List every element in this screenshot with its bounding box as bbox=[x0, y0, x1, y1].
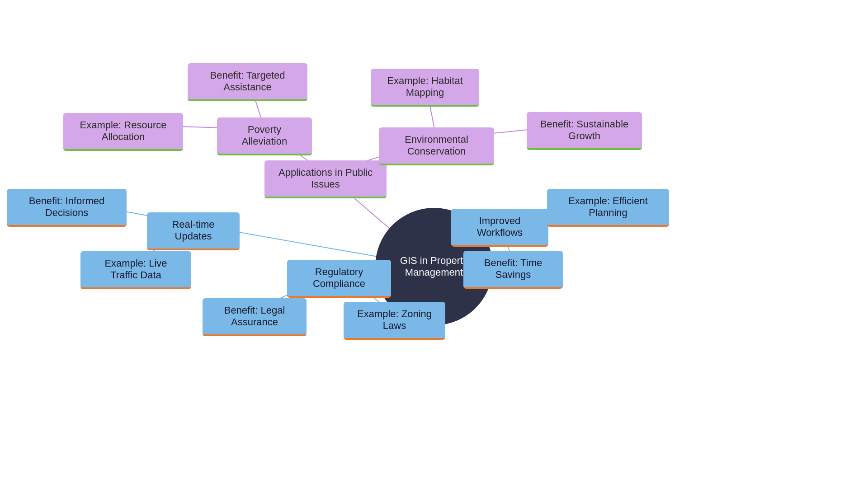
node-targeted: Benefit: Targeted Assistance bbox=[188, 63, 307, 101]
node-poverty: Poverty Alleviation bbox=[217, 117, 312, 155]
mind-map: GIS in Property ManagementApplications i… bbox=[0, 0, 868, 488]
node-efficient: Example: Efficient Planning bbox=[547, 189, 669, 227]
node-workflows: Improved Workflows bbox=[451, 209, 548, 247]
node-legal: Benefit: Legal Assurance bbox=[203, 298, 307, 336]
node-realtime: Real-time Updates bbox=[147, 212, 240, 250]
node-environmental: Environmental Conservation bbox=[379, 127, 494, 165]
node-regulatory: Regulatory Compliance bbox=[287, 260, 391, 298]
node-applications: Applications in Public Issues bbox=[264, 160, 387, 198]
node-sustainable: Benefit: Sustainable Growth bbox=[527, 112, 642, 150]
node-habitat: Example: Habitat Mapping bbox=[371, 69, 479, 107]
node-resource: Example: Resource Allocation bbox=[63, 113, 183, 151]
node-livetraffic: Example: Live Traffic Data bbox=[80, 251, 191, 289]
node-timesavings: Benefit: Time Savings bbox=[463, 251, 563, 289]
node-zoning: Example: Zoning Laws bbox=[344, 302, 445, 340]
node-informed: Benefit: Informed Decisions bbox=[7, 189, 127, 227]
